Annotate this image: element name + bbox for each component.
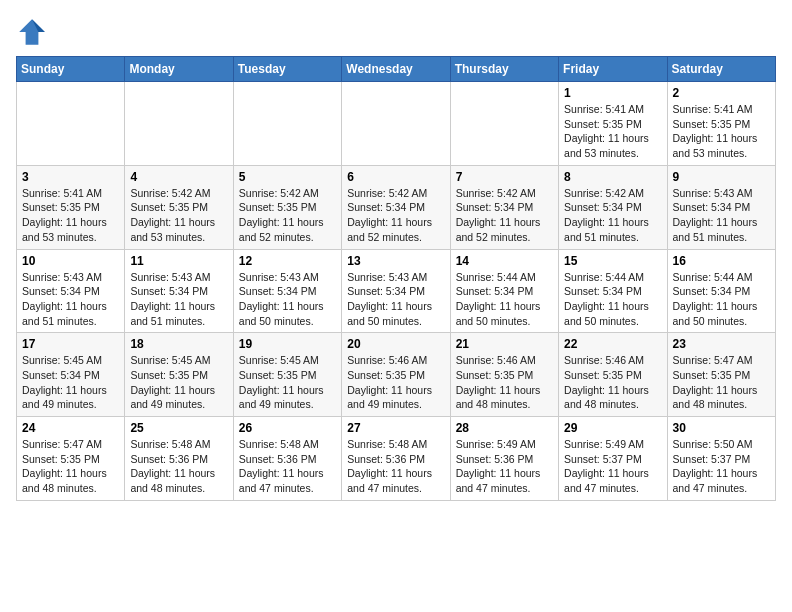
calendar-week-row: 3Sunrise: 5:41 AM Sunset: 5:35 PM Daylig… [17, 165, 776, 249]
page-header [16, 16, 776, 48]
day-number: 14 [456, 254, 553, 268]
day-info: Sunrise: 5:43 AM Sunset: 5:34 PM Dayligh… [673, 186, 770, 245]
calendar-day-cell: 8Sunrise: 5:42 AM Sunset: 5:34 PM Daylig… [559, 165, 667, 249]
calendar-day-cell: 4Sunrise: 5:42 AM Sunset: 5:35 PM Daylig… [125, 165, 233, 249]
calendar-day-cell: 22Sunrise: 5:46 AM Sunset: 5:35 PM Dayli… [559, 333, 667, 417]
calendar-day-cell [342, 82, 450, 166]
day-info: Sunrise: 5:48 AM Sunset: 5:36 PM Dayligh… [347, 437, 444, 496]
weekday-header: Wednesday [342, 57, 450, 82]
calendar-day-cell: 3Sunrise: 5:41 AM Sunset: 5:35 PM Daylig… [17, 165, 125, 249]
calendar-day-cell: 12Sunrise: 5:43 AM Sunset: 5:34 PM Dayli… [233, 249, 341, 333]
calendar-day-cell: 11Sunrise: 5:43 AM Sunset: 5:34 PM Dayli… [125, 249, 233, 333]
day-info: Sunrise: 5:49 AM Sunset: 5:36 PM Dayligh… [456, 437, 553, 496]
day-number: 7 [456, 170, 553, 184]
calendar-day-cell: 7Sunrise: 5:42 AM Sunset: 5:34 PM Daylig… [450, 165, 558, 249]
day-info: Sunrise: 5:42 AM Sunset: 5:35 PM Dayligh… [239, 186, 336, 245]
day-info: Sunrise: 5:44 AM Sunset: 5:34 PM Dayligh… [673, 270, 770, 329]
calendar-week-row: 17Sunrise: 5:45 AM Sunset: 5:34 PM Dayli… [17, 333, 776, 417]
day-info: Sunrise: 5:47 AM Sunset: 5:35 PM Dayligh… [22, 437, 119, 496]
calendar-week-row: 1Sunrise: 5:41 AM Sunset: 5:35 PM Daylig… [17, 82, 776, 166]
day-info: Sunrise: 5:44 AM Sunset: 5:34 PM Dayligh… [456, 270, 553, 329]
logo-icon [16, 16, 48, 48]
day-number: 1 [564, 86, 661, 100]
day-info: Sunrise: 5:42 AM Sunset: 5:35 PM Dayligh… [130, 186, 227, 245]
day-number: 6 [347, 170, 444, 184]
day-number: 18 [130, 337, 227, 351]
calendar-day-cell: 5Sunrise: 5:42 AM Sunset: 5:35 PM Daylig… [233, 165, 341, 249]
day-info: Sunrise: 5:42 AM Sunset: 5:34 PM Dayligh… [347, 186, 444, 245]
day-number: 28 [456, 421, 553, 435]
calendar-day-cell: 15Sunrise: 5:44 AM Sunset: 5:34 PM Dayli… [559, 249, 667, 333]
day-number: 9 [673, 170, 770, 184]
calendar-day-cell: 2Sunrise: 5:41 AM Sunset: 5:35 PM Daylig… [667, 82, 775, 166]
calendar-day-cell: 27Sunrise: 5:48 AM Sunset: 5:36 PM Dayli… [342, 417, 450, 501]
weekday-header: Saturday [667, 57, 775, 82]
calendar-day-cell: 28Sunrise: 5:49 AM Sunset: 5:36 PM Dayli… [450, 417, 558, 501]
day-info: Sunrise: 5:49 AM Sunset: 5:37 PM Dayligh… [564, 437, 661, 496]
day-info: Sunrise: 5:45 AM Sunset: 5:35 PM Dayligh… [130, 353, 227, 412]
calendar-day-cell [17, 82, 125, 166]
day-number: 19 [239, 337, 336, 351]
day-number: 2 [673, 86, 770, 100]
day-info: Sunrise: 5:45 AM Sunset: 5:34 PM Dayligh… [22, 353, 119, 412]
day-number: 22 [564, 337, 661, 351]
day-number: 8 [564, 170, 661, 184]
calendar-day-cell: 21Sunrise: 5:46 AM Sunset: 5:35 PM Dayli… [450, 333, 558, 417]
day-info: Sunrise: 5:41 AM Sunset: 5:35 PM Dayligh… [22, 186, 119, 245]
day-info: Sunrise: 5:48 AM Sunset: 5:36 PM Dayligh… [130, 437, 227, 496]
logo [16, 16, 52, 48]
calendar-day-cell: 17Sunrise: 5:45 AM Sunset: 5:34 PM Dayli… [17, 333, 125, 417]
calendar-day-cell: 24Sunrise: 5:47 AM Sunset: 5:35 PM Dayli… [17, 417, 125, 501]
day-number: 20 [347, 337, 444, 351]
calendar-day-cell: 9Sunrise: 5:43 AM Sunset: 5:34 PM Daylig… [667, 165, 775, 249]
day-number: 16 [673, 254, 770, 268]
calendar-day-cell: 20Sunrise: 5:46 AM Sunset: 5:35 PM Dayli… [342, 333, 450, 417]
weekday-header: Friday [559, 57, 667, 82]
day-number: 23 [673, 337, 770, 351]
calendar-day-cell: 16Sunrise: 5:44 AM Sunset: 5:34 PM Dayli… [667, 249, 775, 333]
weekday-header: Monday [125, 57, 233, 82]
calendar-body: 1Sunrise: 5:41 AM Sunset: 5:35 PM Daylig… [17, 82, 776, 501]
day-number: 17 [22, 337, 119, 351]
day-number: 3 [22, 170, 119, 184]
calendar-day-cell: 6Sunrise: 5:42 AM Sunset: 5:34 PM Daylig… [342, 165, 450, 249]
day-info: Sunrise: 5:47 AM Sunset: 5:35 PM Dayligh… [673, 353, 770, 412]
calendar-day-cell: 19Sunrise: 5:45 AM Sunset: 5:35 PM Dayli… [233, 333, 341, 417]
day-number: 10 [22, 254, 119, 268]
day-number: 11 [130, 254, 227, 268]
calendar-day-cell: 1Sunrise: 5:41 AM Sunset: 5:35 PM Daylig… [559, 82, 667, 166]
day-number: 25 [130, 421, 227, 435]
calendar-day-cell: 29Sunrise: 5:49 AM Sunset: 5:37 PM Dayli… [559, 417, 667, 501]
day-info: Sunrise: 5:45 AM Sunset: 5:35 PM Dayligh… [239, 353, 336, 412]
day-info: Sunrise: 5:41 AM Sunset: 5:35 PM Dayligh… [564, 102, 661, 161]
weekday-header: Thursday [450, 57, 558, 82]
day-info: Sunrise: 5:42 AM Sunset: 5:34 PM Dayligh… [456, 186, 553, 245]
day-info: Sunrise: 5:42 AM Sunset: 5:34 PM Dayligh… [564, 186, 661, 245]
day-info: Sunrise: 5:43 AM Sunset: 5:34 PM Dayligh… [239, 270, 336, 329]
day-info: Sunrise: 5:46 AM Sunset: 5:35 PM Dayligh… [347, 353, 444, 412]
day-info: Sunrise: 5:46 AM Sunset: 5:35 PM Dayligh… [564, 353, 661, 412]
calendar-week-row: 24Sunrise: 5:47 AM Sunset: 5:35 PM Dayli… [17, 417, 776, 501]
day-info: Sunrise: 5:44 AM Sunset: 5:34 PM Dayligh… [564, 270, 661, 329]
calendar-week-row: 10Sunrise: 5:43 AM Sunset: 5:34 PM Dayli… [17, 249, 776, 333]
calendar-day-cell [125, 82, 233, 166]
day-info: Sunrise: 5:43 AM Sunset: 5:34 PM Dayligh… [347, 270, 444, 329]
calendar-day-cell: 25Sunrise: 5:48 AM Sunset: 5:36 PM Dayli… [125, 417, 233, 501]
calendar-day-cell: 18Sunrise: 5:45 AM Sunset: 5:35 PM Dayli… [125, 333, 233, 417]
day-info: Sunrise: 5:46 AM Sunset: 5:35 PM Dayligh… [456, 353, 553, 412]
calendar-day-cell: 14Sunrise: 5:44 AM Sunset: 5:34 PM Dayli… [450, 249, 558, 333]
day-number: 15 [564, 254, 661, 268]
day-info: Sunrise: 5:50 AM Sunset: 5:37 PM Dayligh… [673, 437, 770, 496]
calendar-table: SundayMondayTuesdayWednesdayThursdayFrid… [16, 56, 776, 501]
calendar-header: SundayMondayTuesdayWednesdayThursdayFrid… [17, 57, 776, 82]
day-number: 27 [347, 421, 444, 435]
day-number: 13 [347, 254, 444, 268]
calendar-day-cell [450, 82, 558, 166]
calendar-day-cell [233, 82, 341, 166]
day-number: 21 [456, 337, 553, 351]
day-number: 26 [239, 421, 336, 435]
day-number: 29 [564, 421, 661, 435]
calendar-day-cell: 26Sunrise: 5:48 AM Sunset: 5:36 PM Dayli… [233, 417, 341, 501]
day-number: 4 [130, 170, 227, 184]
day-info: Sunrise: 5:41 AM Sunset: 5:35 PM Dayligh… [673, 102, 770, 161]
